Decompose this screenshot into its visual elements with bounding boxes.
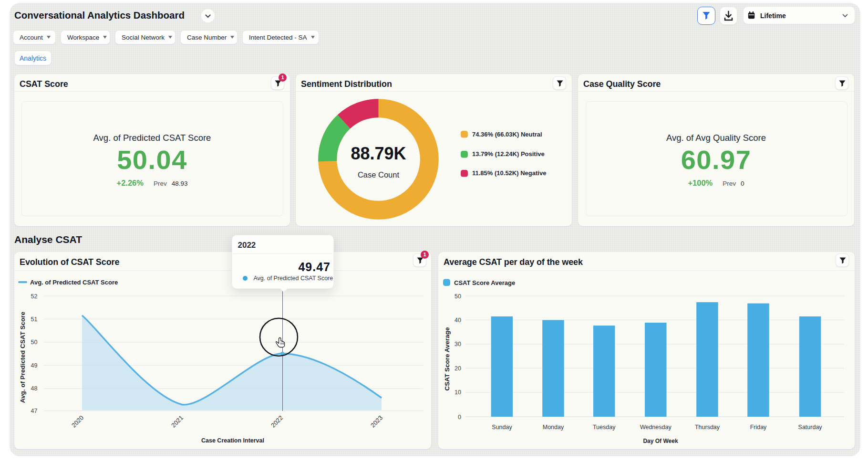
svg-text:Case Count: Case Count bbox=[358, 170, 400, 179]
svg-text:11.85% (10.52K) Negative: 11.85% (10.52K) Negative bbox=[472, 169, 546, 177]
svg-text:50: 50 bbox=[455, 293, 461, 300]
svg-text:50: 50 bbox=[31, 339, 38, 346]
svg-text:Monday: Monday bbox=[543, 424, 564, 431]
svg-text:Avg. of Predicted CSAT Score: Avg. of Predicted CSAT Score bbox=[19, 311, 26, 403]
svg-text:52: 52 bbox=[31, 293, 38, 300]
svg-text:88.79K: 88.79K bbox=[351, 144, 406, 163]
svg-text:Friday: Friday bbox=[750, 424, 767, 431]
svg-text:51: 51 bbox=[31, 316, 38, 323]
svg-text:2020: 2020 bbox=[70, 414, 85, 429]
svg-text:Wednesday: Wednesday bbox=[640, 424, 672, 431]
svg-text:48: 48 bbox=[31, 385, 38, 392]
svg-text:20: 20 bbox=[455, 365, 461, 372]
svg-text:Sunday: Sunday bbox=[492, 424, 512, 431]
svg-text:CSAT Score Average: CSAT Score Average bbox=[444, 327, 451, 391]
svg-text:Thursday: Thursday bbox=[695, 424, 720, 431]
svg-text:47: 47 bbox=[31, 408, 38, 414]
svg-text:49: 49 bbox=[31, 362, 38, 369]
svg-text:Day Of Week: Day Of Week bbox=[643, 438, 678, 444]
svg-text:13.79% (12.24K) Positive: 13.79% (12.24K) Positive bbox=[472, 150, 545, 158]
svg-text:0: 0 bbox=[458, 414, 461, 421]
svg-text:2022: 2022 bbox=[269, 414, 284, 429]
svg-text:2023: 2023 bbox=[369, 414, 384, 429]
svg-text:74.36% (66.03K) Neutral: 74.36% (66.03K) Neutral bbox=[472, 131, 542, 138]
svg-text:Saturday: Saturday bbox=[798, 424, 823, 431]
svg-text:CSAT Score Average: CSAT Score Average bbox=[454, 279, 515, 286]
svg-text:30: 30 bbox=[455, 341, 461, 347]
svg-text:Tuesday: Tuesday bbox=[593, 424, 616, 431]
svg-text:40: 40 bbox=[455, 317, 461, 324]
svg-text:Case Creation Interval: Case Creation Interval bbox=[201, 437, 264, 444]
svg-text:Avg. of Predicted CSAT Score: Avg. of Predicted CSAT Score bbox=[30, 279, 118, 286]
svg-text:2021: 2021 bbox=[170, 414, 185, 429]
svg-text:10: 10 bbox=[455, 389, 461, 396]
